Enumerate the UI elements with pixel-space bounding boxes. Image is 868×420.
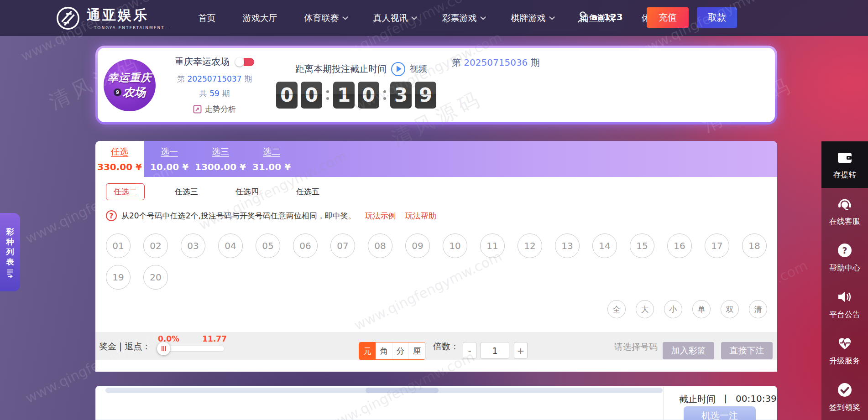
- trend-analysis-link[interactable]: 走势分析: [167, 104, 262, 114]
- dock-item-upgrade-service[interactable]: 升级服务: [821, 327, 868, 374]
- unit-jiao[interactable]: 角: [376, 342, 392, 359]
- brand-logo[interactable]: 通亚娱乐 — TONGYA ENTERTAINMENT —: [54, 4, 172, 32]
- subtab-renxuan3[interactable]: 任选三: [167, 184, 205, 200]
- dock-item-signin-reward[interactable]: 签到领奖: [821, 374, 868, 420]
- quick-select-button[interactable]: 全: [607, 300, 626, 318]
- deadline-separator: 丨: [721, 393, 730, 405]
- clock-colon: [383, 90, 386, 100]
- quick-select-button[interactable]: 双: [721, 300, 739, 318]
- dock-item-help-center[interactable]: ? 帮助中心: [821, 234, 868, 281]
- unit-li[interactable]: 厘: [408, 342, 425, 359]
- countdown-label: 距离本期投注截止时间: [295, 63, 387, 75]
- number-ball[interactable]: 19: [106, 265, 131, 290]
- play-example-link[interactable]: 玩法示例: [365, 211, 396, 221]
- clock-digit: 0: [358, 82, 379, 109]
- number-ball[interactable]: 11: [480, 233, 505, 258]
- unit-fen[interactable]: 分: [392, 342, 408, 359]
- tab-xuansan[interactable]: 选三 1300.00 ¥: [195, 141, 246, 177]
- number-ball[interactable]: 07: [330, 233, 355, 258]
- number-ball[interactable]: 04: [218, 233, 243, 258]
- sound-toggle[interactable]: [235, 58, 254, 66]
- tab-renxuan[interactable]: 任选 330.00 ¥: [95, 141, 144, 177]
- multiplier-minus-button[interactable]: -: [463, 342, 476, 359]
- current-issue-number[interactable]: 20250715037: [188, 74, 242, 83]
- tab-xuanyi[interactable]: 选一 10.00 ¥: [144, 141, 195, 177]
- number-ball[interactable]: 18: [742, 233, 767, 258]
- lottery-logo: 幸运重庆 9 农场: [104, 59, 156, 111]
- dock-item-customer-service[interactable]: 在线客服: [821, 188, 868, 234]
- unit-yuan[interactable]: 元: [359, 342, 376, 359]
- tab-price: 31.00 ¥: [252, 161, 291, 172]
- unit-selector: 元 角 分 厘: [359, 342, 425, 360]
- page-background: 通亚娱乐 — TONGYA ENTERTAINMENT — 首页 游戏大厅 体育…: [0, 0, 868, 420]
- betting-card: 任选 330.00 ¥ 选一 10.00 ¥ 选三 1300.00 ¥ 选二 3…: [95, 141, 777, 372]
- brand-logo-icon: [54, 4, 82, 32]
- number-grid: 0102030405060708091011121314151617181920: [106, 233, 772, 290]
- number-ball[interactable]: 06: [293, 233, 318, 258]
- last-issue-number[interactable]: 20250715036: [464, 57, 528, 68]
- lottery-list-tab[interactable]: 彩种列表: [0, 213, 20, 291]
- check-circle-icon: [837, 382, 853, 398]
- number-ball[interactable]: 20: [143, 265, 168, 290]
- number-ball[interactable]: 13: [555, 233, 580, 258]
- quick-select-button[interactable]: 清: [749, 300, 767, 318]
- horizontal-scrollbar[interactable]: [105, 388, 663, 393]
- subtab-renxuan4[interactable]: 任选四: [228, 184, 266, 200]
- panel-divider: [663, 386, 664, 420]
- lottery-info-inner: 幸运重庆 9 农场 重庆幸运农场 第 20250715037 期 共: [98, 48, 775, 122]
- number-ball[interactable]: 03: [181, 233, 205, 258]
- play-help-link[interactable]: 玩法帮助: [405, 211, 436, 221]
- dock-item-transfer[interactable]: 存提转: [821, 141, 868, 188]
- scrollbar-thumb[interactable]: [366, 388, 439, 393]
- bet-direct-button[interactable]: 直接下注: [721, 342, 773, 359]
- number-ball[interactable]: 14: [592, 233, 617, 258]
- nav-item-live-casino[interactable]: 真人视讯: [373, 12, 415, 24]
- list-arrow-icon: [5, 269, 15, 278]
- clock-digit: 0: [301, 82, 322, 109]
- number-ball[interactable]: 15: [630, 233, 654, 258]
- withdraw-button[interactable]: 取款: [697, 7, 737, 28]
- brand-name: 通亚娱乐: [87, 6, 172, 25]
- quick-select-button[interactable]: 小: [664, 300, 682, 318]
- subtab-renxuan2[interactable]: 任选二: [106, 183, 145, 200]
- video-play-icon[interactable]: [391, 62, 405, 76]
- tab-xuaner[interactable]: 选二 31.00 ¥: [246, 141, 297, 177]
- bonus-rebate-label: 奖金 | 返点：: [99, 341, 151, 353]
- quick-select-button[interactable]: 单: [692, 300, 711, 318]
- quick-select-button[interactable]: 大: [636, 300, 654, 318]
- deposit-button[interactable]: 充值: [647, 7, 689, 28]
- multiplier-input[interactable]: 1: [481, 342, 509, 359]
- nav-item-sports[interactable]: 体育联赛: [304, 12, 346, 24]
- nav-item-game-hall[interactable]: 游戏大厅: [243, 12, 277, 24]
- bet-list-panel: 截止时间 丨 00:10:39 机选一注: [95, 386, 777, 420]
- multiplier-plus-button[interactable]: +: [514, 342, 528, 359]
- total-issues-count: 59: [209, 89, 220, 98]
- number-ball[interactable]: 10: [443, 233, 467, 258]
- svg-text:?: ?: [842, 245, 847, 255]
- select-number-hint: 请选择号码: [614, 341, 658, 353]
- nav-item-lottery[interactable]: 彩票游戏: [442, 12, 484, 24]
- nav-item-board-games[interactable]: 棋牌游戏: [511, 12, 553, 24]
- number-ball[interactable]: 08: [368, 233, 392, 258]
- rebate-slider-thumb[interactable]: [157, 342, 170, 355]
- nav-item-home[interactable]: 首页: [199, 12, 216, 24]
- add-to-basket-button[interactable]: 加入彩篮: [663, 342, 714, 359]
- lottery-meta: 重庆幸运农场 第 20250715037 期 共 59 期: [167, 56, 262, 114]
- number-ball[interactable]: 09: [405, 233, 430, 258]
- rebate-slider-track[interactable]: [158, 346, 225, 352]
- clock-digit: 9: [415, 82, 436, 109]
- dock-item-announcements[interactable]: 平台公告: [821, 281, 868, 327]
- random-pick-button[interactable]: 机选一注: [684, 406, 756, 420]
- top-nav: 通亚娱乐 — TONGYA ENTERTAINMENT — 首页 游戏大厅 体育…: [0, 0, 868, 36]
- subtab-renxuan5[interactable]: 任选五: [289, 184, 327, 200]
- number-ball[interactable]: 17: [705, 233, 729, 258]
- number-ball[interactable]: 16: [667, 233, 692, 258]
- user-account[interactable]: aa123: [576, 10, 623, 24]
- number-ball[interactable]: 12: [518, 233, 542, 258]
- rule-text: 从20个号码中任选2个,投注号码与开奖号码任意两位相同，即中奖。: [121, 211, 356, 221]
- number-ball[interactable]: 02: [143, 233, 168, 258]
- video-link[interactable]: 视频: [410, 63, 427, 75]
- number-ball[interactable]: 01: [106, 233, 131, 258]
- number-ball[interactable]: 05: [256, 233, 280, 258]
- subtab-row: 任选二 任选三 任选四 任选五: [106, 183, 327, 200]
